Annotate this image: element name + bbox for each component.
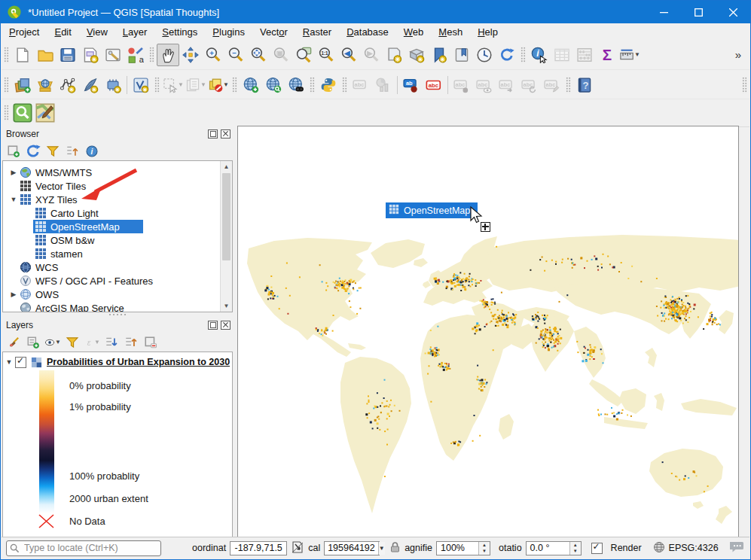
new-3d-map-view-button[interactable]: ✳ (405, 44, 428, 66)
browser-refresh-button[interactable] (24, 142, 42, 160)
browser-scrollbar[interactable]: ▲ ▼ (220, 161, 232, 312)
rotation-spin[interactable]: 0.0 ° ▲▼ (526, 541, 582, 555)
layer-expander-icon[interactable]: ▼ (3, 358, 15, 366)
minimize-button[interactable] (646, 1, 681, 23)
new-map-view-button[interactable]: ✳ (383, 44, 405, 66)
magnifier-spin[interactable]: 100% ▲▼ (436, 541, 490, 555)
show-statistical-summary-button[interactable]: Σ (596, 44, 618, 66)
close-button[interactable] (716, 1, 750, 23)
new-spatial-bookmark-button[interactable]: ✳ (428, 44, 450, 66)
layer-row[interactable]: ▼ Probabilities of Urban Expansion to 20… (3, 355, 232, 370)
browser-item-wcs[interactable]: WCS (3, 260, 232, 274)
lock-scale-icon[interactable] (389, 541, 401, 555)
show-spatial-bookmarks-button[interactable] (450, 44, 473, 66)
pin-label-blue-button[interactable]: ab (400, 74, 423, 96)
menu-edit[interactable]: Edit (47, 25, 78, 39)
open-project-button[interactable] (34, 44, 56, 66)
layer-visibility-checkbox[interactable] (15, 357, 26, 368)
menu-web[interactable]: Web (396, 25, 432, 39)
menu-layer[interactable]: Layer (115, 25, 155, 39)
browser-item-ows[interactable]: ▶OWS (3, 288, 232, 301)
new-shapefile-layer-button[interactable]: ✳ (56, 74, 79, 96)
browser-item-openstreetmap[interactable]: OpenStreetMap (3, 220, 232, 233)
new-project-button[interactable] (11, 44, 34, 66)
help-contents-button[interactable]: ? (573, 74, 596, 96)
refresh-map-button[interactable] (496, 44, 518, 66)
coordinate-value[interactable]: -187.9,71.5 (230, 541, 287, 555)
map-canvas[interactable]: OpenStreetMap (237, 126, 739, 537)
render-toggle[interactable]: Render (591, 543, 642, 554)
browser-item-wms-wmts[interactable]: ▶WMS/WMTS (3, 166, 232, 179)
browser-collapse-all-button[interactable] (63, 142, 81, 160)
crs-value[interactable]: EPSG:4326 (669, 543, 719, 553)
filter-legend-button[interactable] (63, 333, 81, 351)
metasearch-button[interactable] (285, 74, 307, 96)
browser-properties-button[interactable]: i (83, 142, 101, 160)
browser-item-vector-tiles[interactable]: Vector Tiles (3, 179, 232, 193)
unpin-label-red-button[interactable]: abc (423, 74, 445, 96)
menu-settings[interactable]: Settings (154, 25, 205, 39)
browser-float-button[interactable] (208, 129, 218, 138)
locator-input[interactable] (23, 542, 146, 554)
zoom-last-button[interactable]: ◀ (337, 44, 360, 66)
save-project-button[interactable] (56, 44, 79, 66)
browser-add-layer-button[interactable] (5, 142, 23, 160)
tree-expander-icon[interactable]: ▼ (8, 196, 20, 203)
browser-close-button[interactable] (221, 129, 230, 138)
web-add-service-button[interactable] (240, 74, 262, 96)
new-virtual-layer-button[interactable]: ✳ (130, 74, 152, 96)
scale-combo[interactable]: 195964192 ▼ (324, 541, 380, 555)
crs-globe-icon[interactable] (653, 541, 665, 555)
expand-all-button[interactable] (102, 333, 121, 351)
menu-raster[interactable]: Raster (295, 25, 339, 39)
quickmapservices-search-button[interactable] (11, 102, 34, 124)
menu-plugins[interactable]: Plugins (205, 25, 252, 39)
browser-filter-button[interactable] (44, 142, 62, 160)
browser-item-osm-b-w[interactable]: OSM b&w (3, 233, 232, 247)
browser-item-wfs-ogc-api-features[interactable]: WFS / OGC API - Features (3, 274, 232, 288)
osm-editor-button[interactable] (34, 102, 56, 124)
tree-expander-icon[interactable]: ▶ (8, 169, 20, 176)
zoom-in-button[interactable]: + (202, 44, 224, 66)
menu-project[interactable]: Project (2, 25, 47, 39)
zoom-to-layer-button[interactable] (292, 44, 315, 66)
pan-to-selection-button[interactable] (179, 44, 202, 66)
layers-float-button[interactable] (208, 321, 218, 330)
deselect-all-layers-button[interactable]: ▼ (207, 74, 230, 96)
browser-item-xyz-tiles[interactable]: ▼XYZ Tiles (3, 193, 232, 206)
render-checkbox[interactable] (591, 543, 603, 554)
tree-expander-icon[interactable]: ▶ (8, 291, 20, 298)
show-layout-manager-button[interactable] (102, 44, 124, 66)
menu-mesh[interactable]: Mesh (431, 25, 470, 39)
add-group-button[interactable] (24, 333, 42, 351)
identify-features-button[interactable]: i (528, 44, 551, 66)
menu-view[interactable]: View (79, 25, 115, 39)
browser-item-carto-light[interactable]: Carto Light (3, 206, 232, 220)
menu-help[interactable]: Help (470, 25, 505, 39)
style-manager-button[interactable]: a (124, 44, 147, 66)
browser-item-arcgis-map-service[interactable]: ArcGIS Map Service (3, 301, 232, 312)
web-search-service-button[interactable] (262, 74, 285, 96)
temporal-controller-button[interactable] (473, 44, 496, 66)
maximize-button[interactable] (681, 1, 716, 23)
menu-database[interactable]: Database (339, 25, 396, 39)
new-geopackage-layer-button[interactable]: ✳ (79, 74, 102, 96)
open-layer-styling-button[interactable] (5, 333, 23, 351)
python-console-button[interactable] (317, 74, 340, 96)
locator-box[interactable] (6, 540, 161, 556)
messages-icon[interactable] (730, 541, 745, 555)
layers-close-button[interactable] (221, 321, 230, 330)
browser-item-stamen[interactable]: stamen (3, 247, 232, 260)
new-temporary-scratch-layer-button[interactable]: ✳ (102, 74, 124, 96)
zoom-full-extent-button[interactable] (247, 44, 270, 66)
zoom-native-button[interactable]: 1:1 (315, 44, 337, 66)
extent-toggle-icon[interactable] (291, 540, 304, 556)
collapse-all-button[interactable] (122, 333, 140, 351)
manage-visibility-button[interactable]: ▼ (44, 333, 62, 351)
new-print-layout-button[interactable]: ✳ (79, 44, 102, 66)
toolbar-overflow-button[interactable]: » (727, 44, 749, 66)
pan-map-button[interactable] (157, 44, 179, 66)
data-source-manager-button[interactable] (11, 74, 34, 96)
menu-vector[interactable]: Vector (252, 25, 295, 39)
zoom-out-button[interactable]: − (224, 44, 247, 66)
